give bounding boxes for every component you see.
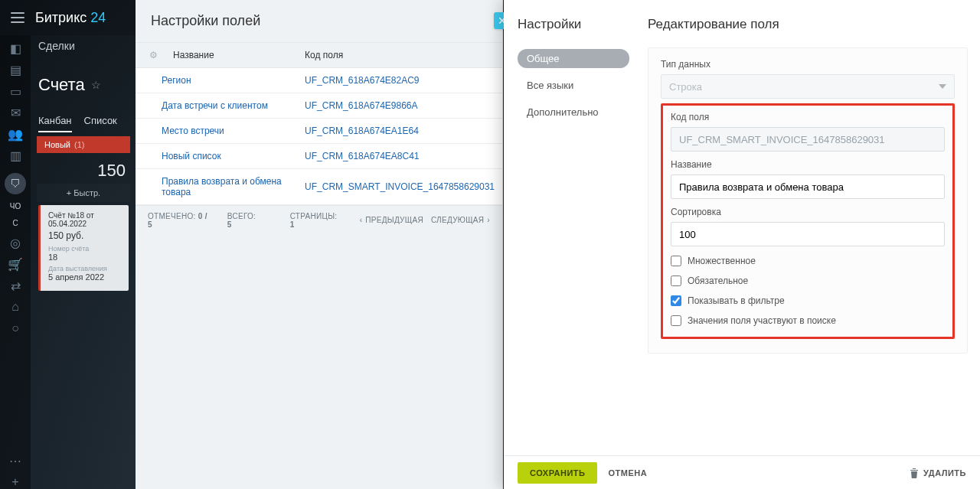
- menu-icon[interactable]: [11, 12, 24, 23]
- name-input[interactable]: [671, 174, 945, 199]
- rail-icon[interactable]: ⇄: [8, 279, 22, 292]
- row-name-cell[interactable]: Новый список: [136, 144, 297, 169]
- kanban-card[interactable]: Счёт №18 от 05.04.2022 150 руб. Номер сч…: [38, 205, 129, 291]
- rail-icon[interactable]: ▥: [8, 148, 22, 162]
- rail-icon[interactable]: ▤: [8, 63, 22, 77]
- row-code-cell[interactable]: UF_CRM_618A674E9866A: [297, 93, 502, 119]
- row-code-cell[interactable]: UF_CRM_618A674EA8C41: [297, 144, 502, 169]
- nav-item-general[interactable]: Общее: [518, 49, 629, 68]
- cancel-button[interactable]: ОТМЕНА: [608, 468, 647, 478]
- checkbox-in-search[interactable]: Значения поля участвуют в поиске: [671, 315, 945, 326]
- label-sort: Сортировка: [671, 207, 945, 217]
- nav-item-languages[interactable]: Все языки: [518, 76, 629, 95]
- table-row[interactable]: РегионUF_CRM_618A674E82AC9: [136, 68, 502, 93]
- rail-label: С: [12, 219, 18, 228]
- fields-table: ⚙ Название Код поля РегионUF_CRM_618A674…: [136, 43, 502, 205]
- view-tabs: Канбан Список: [38, 115, 117, 132]
- field-edit-panel: Настройки Общее Все языки Дополнительно …: [504, 0, 980, 489]
- label-name: Название: [671, 159, 945, 170]
- quick-add[interactable]: + Быстр.: [37, 184, 130, 202]
- card-title: Счёт №18 от 05.04.2022: [48, 211, 121, 228]
- page-title: Счета: [38, 75, 85, 95]
- row-name-cell[interactable]: Правила возврата и обмена товара: [136, 169, 297, 205]
- row-code-cell[interactable]: UF_CRM_618A674E82AC9: [297, 68, 502, 93]
- table-row[interactable]: Новый списокUF_CRM_618A674EA8C41: [136, 144, 502, 169]
- checkbox-multiple[interactable]: Множественное: [671, 256, 945, 266]
- rail-label: ЧО: [10, 202, 21, 211]
- page-title-row: Счета ☆: [38, 75, 101, 95]
- save-button[interactable]: СОХРАНИТЬ: [518, 462, 597, 484]
- checkbox-show-in-filter[interactable]: Показывать в фильтре: [671, 295, 945, 306]
- fields-list-panel: Настройки полей ✕ ⚙ Название Код поля Ре…: [136, 0, 503, 489]
- table-row[interactable]: Правила возврата и обмена товараUF_CRM_S…: [136, 169, 502, 205]
- rail-icon[interactable]: ◧: [8, 41, 22, 55]
- row-name-cell[interactable]: Место встречи: [136, 119, 297, 144]
- star-icon[interactable]: ☆: [91, 79, 101, 91]
- next-page-button[interactable]: СЛЕДУЮЩАЯ›: [431, 216, 490, 224]
- table-footer: ОТМЕЧЕНО: 0 / 5 ВСЕГО: 5 СТРАНИЦЫ: 1 ‹ПР…: [136, 205, 502, 234]
- col-name[interactable]: Название: [165, 43, 297, 68]
- form-card: Тип данных Строка Код поля Название Сорт…: [648, 47, 968, 354]
- prev-page-button[interactable]: ‹ПРЕДЫДУЩАЯ: [360, 216, 423, 224]
- tab-kanban[interactable]: Канбан: [38, 115, 72, 132]
- section-tab-deals[interactable]: Сделки: [38, 40, 75, 52]
- table-row[interactable]: Дата встречи с клиентомUF_CRM_618A674E98…: [136, 93, 502, 119]
- rail-icon[interactable]: ○: [8, 321, 22, 335]
- nav-item-additional[interactable]: Дополнительно: [518, 103, 629, 122]
- rail-icon[interactable]: ⋯: [8, 454, 22, 468]
- filter-icon[interactable]: ⛉: [5, 173, 26, 194]
- settings-nav-title: Настройки: [518, 17, 629, 32]
- stage-sum: 150: [37, 161, 130, 181]
- gear-icon[interactable]: ⚙: [149, 50, 158, 60]
- rail-icon[interactable]: ◎: [8, 236, 22, 249]
- row-name-cell[interactable]: Дата встречи с клиентом: [136, 93, 297, 119]
- rail-icon[interactable]: ▭: [8, 84, 22, 98]
- form-title: Редактирование поля: [648, 17, 968, 32]
- plus-icon[interactable]: +: [8, 475, 22, 489]
- label-type: Тип данных: [661, 59, 955, 70]
- code-input: [671, 127, 945, 152]
- kanban-stage-header[interactable]: Новый (1): [37, 136, 130, 153]
- row-name-cell[interactable]: Регион: [136, 68, 297, 93]
- table-row[interactable]: Место встречиUF_CRM_618A674EA1E64: [136, 119, 502, 144]
- brand-logo: Битрикс 24: [35, 10, 106, 26]
- panel-footer: СОХРАНИТЬ ОТМЕНА УДАЛИТЬ: [504, 455, 980, 489]
- trash-icon: [910, 468, 919, 478]
- row-code-cell[interactable]: UF_CRM_SMART_INVOICE_1647858629031: [297, 169, 502, 205]
- checkbox-required[interactable]: Обязательное: [671, 275, 945, 286]
- rail-icon[interactable]: ⌂: [8, 300, 22, 314]
- rail-icon[interactable]: ✉: [8, 106, 22, 119]
- highlighted-region: Код поля Название Сортировка Множественн…: [661, 103, 955, 339]
- sort-input[interactable]: [671, 222, 945, 246]
- left-rail: ◧ ▤ ▭ ✉ 👥 ▥ ⛉ ЧО С ◎ 🛒 ⇄ ⌂ ○ ⋯ +: [0, 35, 31, 489]
- settings-nav: Настройки Общее Все языки Дополнительно: [504, 0, 642, 455]
- card-price: 150 руб.: [48, 230, 121, 241]
- rail-icon[interactable]: 🛒: [8, 257, 22, 271]
- panel-title: Настройки полей: [151, 13, 260, 29]
- delete-button[interactable]: УДАЛИТЬ: [910, 468, 966, 478]
- col-code[interactable]: Код поля: [297, 43, 502, 68]
- panel-header: Настройки полей ✕: [136, 0, 502, 43]
- tab-list[interactable]: Список: [84, 115, 117, 132]
- type-select: Строка: [661, 74, 955, 99]
- label-code: Код поля: [671, 112, 945, 122]
- rail-icon[interactable]: 👥: [8, 127, 22, 141]
- row-code-cell[interactable]: UF_CRM_618A674EA1E64: [297, 119, 502, 144]
